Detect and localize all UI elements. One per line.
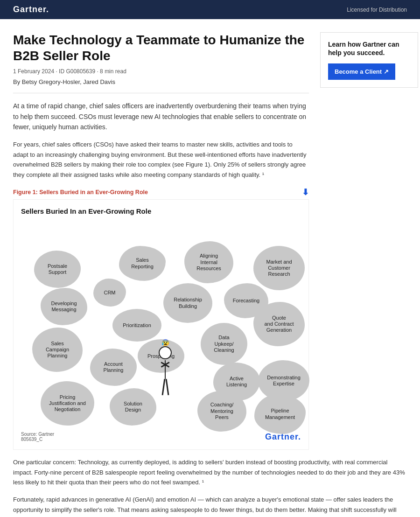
blob-market-customer: Market and Customer Research — [253, 246, 305, 290]
article-abstract: At a time of rapid change, chief sales o… — [13, 101, 309, 132]
sidebar: Learn how Gartner can help you succeed. … — [320, 32, 418, 457]
blob-account-planning: Account Planning — [90, 349, 137, 386]
blob-aligning-internal: Aligning Internal Resources — [184, 241, 233, 283]
page-header: Gartner. Licensed for Distribution — [0, 0, 420, 19]
blob-postsale-support: Postsale Support — [34, 251, 81, 288]
body-paragraph-2: One particular concern: Technology, as c… — [13, 457, 407, 487]
body-paragraph-3: Fortunately, rapid advances in generativ… — [13, 495, 407, 517]
sidebar-cta-card: Learn how Gartner can help you succeed. … — [320, 32, 418, 88]
blob-quote-contract: Quote and Contract Generation — [253, 302, 305, 346]
blob-relationship-building: Relationship Building — [163, 283, 212, 323]
blob-data-upkeep: Data Upkeep/ Cleaning — [201, 323, 247, 365]
blob-crm: CRM — [93, 279, 126, 307]
blob-coaching-mentoring: Coaching/ Mentoring Peers — [197, 391, 246, 432]
blob-sales-reporting: Sales Reporting — [119, 246, 166, 281]
body-paragraph-1: For years, chief sales officers (CSOs) h… — [13, 140, 309, 180]
blob-solution-design: Solution Design — [110, 388, 156, 426]
figure-1: Sellers Buried In an Ever-Growing Role 😰 — [13, 199, 309, 450]
article-authors: By Betsy Gregory-Hosler, Jared Davis — [13, 78, 309, 85]
person-figure: 😰 — [159, 346, 172, 395]
blob-sales-campaign: Sales Campaign Planning — [32, 328, 83, 372]
download-icon[interactable]: ⬇ — [302, 187, 309, 197]
article-content: Make Technology a Teammate to Humanize t… — [13, 32, 320, 457]
become-client-button[interactable]: Become a Client ↗ — [328, 63, 395, 80]
article-meta: 1 February 2024 · ID G00805639 · 8 min r… — [13, 68, 309, 75]
sidebar-cta-title: Learn how Gartner can help you succeed. — [328, 40, 410, 57]
blob-prioritization: Prioritization — [112, 309, 161, 342]
figure-caption-bar: Figure 1: Sellers Buried in an Ever-Grow… — [13, 187, 309, 197]
figure-source: Source: Gartner 805639_C — [21, 432, 54, 442]
blob-diagram: 😰 Postsale SupportSales ReportingAlignin… — [21, 223, 301, 428]
blob-pipeline-management: Pipeline Management — [254, 394, 306, 434]
bottom-content: One particular concern: Technology, as c… — [0, 457, 420, 517]
blob-developing-messaging: Developing Messaging — [41, 288, 87, 325]
blob-pricing-justification: Pricing Justification and Negotiation — [41, 381, 94, 426]
article-title: Make Technology a Teammate to Humanize t… — [13, 32, 309, 63]
distribution-label: Licensed for Distribution — [347, 7, 407, 13]
section-divider — [13, 93, 309, 93]
figure-footer: Source: Gartner 805639_C Gartner. — [21, 432, 301, 442]
figure-caption-text: Figure 1: Sellers Buried in an Ever-Grow… — [13, 189, 148, 196]
gartner-logo: Gartner. — [13, 5, 49, 14]
figure-title: Sellers Buried In an Ever-Growing Role — [21, 207, 301, 215]
